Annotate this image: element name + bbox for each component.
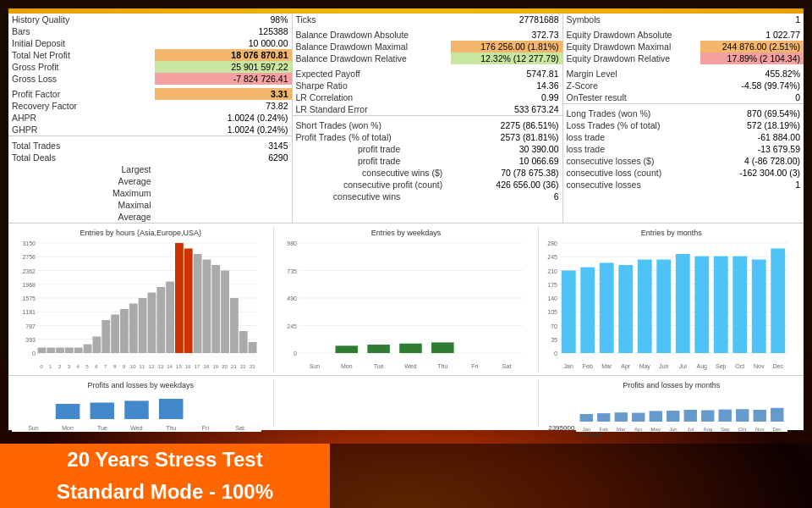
value-cell: -162 304.00 (3) [700, 167, 804, 179]
label-cell: Largest [8, 163, 155, 175]
table-row: AHPR 1.0024 (0.24%) [8, 112, 292, 124]
label-cell: consecutive wins ($) [293, 167, 452, 179]
value-cell: 1 022.77 [700, 29, 804, 41]
value-cell: 1 [700, 179, 804, 190]
label-cell: Balance Drawdown Relative [293, 52, 452, 64]
table-row: Recovery Factor 73.82 [8, 100, 292, 112]
weekday-canvas [277, 239, 527, 370]
table-row: Largest [8, 163, 292, 175]
label-cell: Gross Loss [8, 73, 155, 85]
label-cell: Loss Trades (% of total) [563, 119, 700, 131]
pl-monthly-label-top: 2395000 [542, 424, 576, 432]
table-row: consecutive loss (count) -162 304.00 (3) [563, 167, 804, 179]
mid-panel: Ticks 27781688 Balance Drawdown Absolute… [292, 14, 562, 223]
table-row: Equity Drawdown Absolute 1 022.77 [563, 29, 804, 41]
label-cell: Maximal [8, 199, 155, 211]
value-cell: 25 901 597.22 [155, 61, 292, 73]
table-row: Total Trades 3145 [8, 140, 292, 152]
value-cell: 0.99 [451, 91, 562, 103]
table-row: Average [8, 175, 292, 187]
value-cell: 372.73 [451, 29, 562, 41]
label-cell: Maximum [8, 187, 155, 199]
banner-stress-test: 20 Years Stress Test [0, 444, 330, 476]
table-row: Bars 125388 [8, 25, 292, 37]
pl-monthly-label-bottom: 1796250 [542, 432, 800, 439]
value-cell [155, 175, 292, 187]
pl-monthly-labels: 2395000 [542, 389, 800, 432]
label-cell: Gross Profit [8, 61, 155, 73]
value-cell: 17.89% (2 104.34) [700, 52, 804, 64]
label-cell: LR Standard Error [293, 103, 452, 116]
pl-monthly-chart: Profits and losses by months 2395000 179… [539, 379, 804, 427]
table-row: profit trade 10 066.69 [293, 155, 562, 167]
label-cell: Balance Drawdown Absolute [293, 29, 452, 41]
monthly-canvas [542, 239, 792, 370]
label-cell: Average [8, 175, 155, 187]
weekday-chart: Entries by weekdays [274, 227, 540, 372]
table-row-net-profit: Total Net Profit 18 076 870.81 [8, 49, 292, 61]
table-row: LR Correlation 0.99 [293, 91, 562, 103]
value-cell: 10 066.69 [451, 155, 562, 167]
label-cell: consecutive profit (count) [293, 179, 452, 190]
value-cell: 3145 [155, 140, 292, 152]
pl-monthly-title: Profits and losses by months [542, 381, 800, 389]
label-cell: Margin Level [563, 68, 700, 80]
label-cell: consecutive losses [563, 179, 700, 190]
value-cell: 6290 [155, 152, 292, 163]
table-row-gross-loss: Gross Loss -7 824 726.41 [8, 73, 292, 85]
value-cell: -7 824 726.41 [155, 73, 292, 85]
value-cell: 533 673.24 [451, 103, 562, 116]
label-cell: Total Deals [8, 152, 155, 163]
label-cell: LR Correlation [293, 91, 452, 103]
table-row: Short Trades (won %) 2275 (86.51%) [293, 119, 562, 131]
table-row-gross-profit: Gross Profit 25 901 597.22 [8, 61, 292, 73]
value-cell: 98% [155, 14, 292, 25]
label-cell: OnTester result [563, 91, 700, 104]
table-row: OnTester result 0 [563, 91, 804, 104]
charts-area-2: Profits and losses by weekdays Profits a… [8, 375, 804, 430]
value-cell [155, 187, 292, 199]
label-cell: Bars [8, 25, 155, 37]
weekday-chart-title: Entries by weekdays [277, 229, 535, 237]
label-cell: Expected Payoff [293, 68, 452, 80]
left-panel: History Quality 98% Bars 125388 Initial … [8, 14, 292, 223]
label-cell: Ticks [293, 14, 452, 25]
table-row: Balance Drawdown Maximal 176 256.00 (1.8… [293, 41, 562, 52]
value-cell: 73.82 [155, 100, 292, 112]
right-panel: Symbols 1 Equity Drawdown Absolute 1 022… [562, 14, 804, 223]
table-row: Long Trades (won %) 870 (69.54%) [563, 108, 804, 119]
label-cell: Symbols [563, 14, 700, 25]
pl-weekday-canvas [12, 389, 261, 432]
banner-standard-mode: Standard Mode - 100% [0, 476, 330, 508]
value-cell: 572 (18.19%) [700, 119, 804, 131]
value-cell: -61 884.00 [700, 131, 804, 143]
hourly-canvas [12, 239, 261, 370]
label-cell: Average [8, 211, 155, 223]
table-row: consecutive wins ($) 70 (78 675.38) [293, 167, 562, 179]
value-cell [155, 211, 292, 223]
label-cell: Profit Factor [8, 88, 155, 100]
stats-table: History Quality 98% Bars 125388 Initial … [8, 14, 804, 223]
monthly-chart-title: Entries by months [542, 229, 800, 237]
table-row: Maximum [8, 187, 292, 199]
label-cell: Sharpe Ratio [293, 80, 452, 91]
value-cell: 1 [700, 14, 804, 25]
label-cell: consecutive loss (count) [563, 167, 700, 179]
table-row: Symbols 1 [563, 14, 804, 25]
table-row: Equity Drawdown Relative 17.89% (2 104.3… [563, 52, 804, 64]
label-cell: Balance Drawdown Maximal [293, 41, 452, 52]
pl-monthly-canvas [576, 389, 787, 432]
table-row: Maximal [8, 199, 292, 211]
value-cell [155, 163, 292, 175]
table-row: consecutive losses ($) 4 (-86 728.00) [563, 155, 804, 167]
charts-area: Entries by hours (Asia,Europe,USA) Entri… [8, 223, 804, 375]
label-cell: GHPR [8, 124, 155, 136]
table-row: History Quality 98% [8, 14, 292, 25]
banner-right-2 [330, 476, 812, 508]
table-row: Loss Trades (% of total) 572 (18.19%) [563, 119, 804, 131]
label-cell: Z-Score [563, 80, 700, 91]
hourly-chart: Entries by hours (Asia,Europe,USA) [8, 227, 274, 372]
table-row: Ticks 27781688 [293, 14, 562, 25]
value-cell: 2573 (81.81%) [451, 131, 562, 143]
value-cell: 18 076 870.81 [155, 49, 292, 61]
